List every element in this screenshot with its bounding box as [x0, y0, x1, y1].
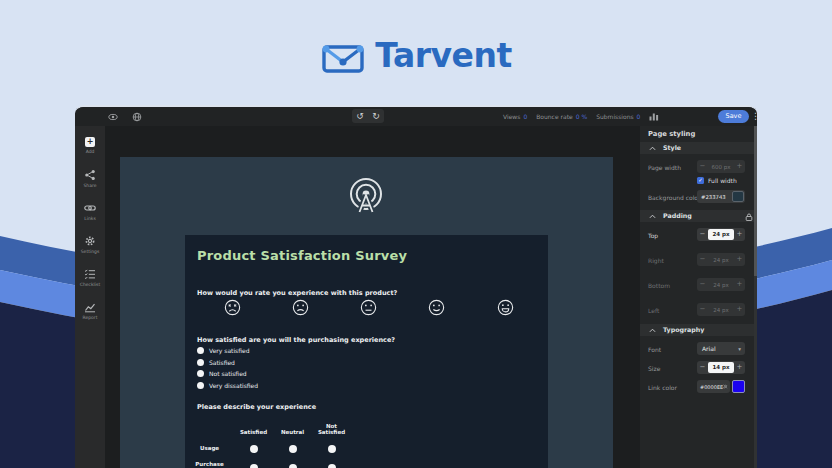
sidebar-item-settings[interactable]: Settings [75, 231, 105, 257]
plus-icon[interactable]: + [734, 361, 745, 374]
editor-topbar: ↺ ↻ Views 0 Bounce rate 0 % Submissions … [75, 107, 757, 126]
page-width-row: Page width − 600 px + [640, 160, 757, 174]
matrix-col-header: Neutral [273, 415, 312, 439]
gear-icon [84, 235, 96, 247]
page: { "brand": { "name": "Tarvent" }, "icons… [0, 0, 832, 468]
matrix-cell [234, 458, 273, 468]
checkbox-checked-icon[interactable]: ✓ [697, 177, 704, 184]
minus-icon[interactable]: − [697, 361, 708, 374]
section-style[interactable]: Style [640, 142, 757, 154]
radio-icon[interactable] [250, 445, 258, 453]
radio-option[interactable]: Very satisfied [197, 347, 258, 354]
section-padding[interactable]: Padding [640, 210, 757, 222]
minus-icon[interactable]: − [697, 278, 708, 291]
face-dissatisfied-icon[interactable] [292, 299, 309, 316]
plus-icon[interactable]: + [734, 253, 745, 266]
radio-icon[interactable] [197, 370, 204, 377]
sidebar-item-add[interactable]: + Add [75, 132, 105, 158]
padding-top-stepper[interactable]: − 24 px + [697, 228, 745, 241]
matrix-col-header: Not Satisfied [312, 415, 351, 439]
padding-right-stepper[interactable]: − 24 px + [697, 253, 745, 266]
radio-option[interactable]: Satisfied [197, 359, 258, 366]
face-very-satisfied-icon[interactable] [497, 299, 514, 316]
stat-bounce-rate: Bounce rate 0 % [536, 113, 587, 120]
font-dropdown[interactable]: Arial ▾ [697, 342, 745, 355]
radio-icon[interactable] [289, 445, 297, 453]
link-color-input[interactable]: #0000EE [697, 380, 730, 393]
plus-icon[interactable]: + [734, 278, 745, 291]
padding-top-value[interactable]: 24 px [708, 229, 734, 240]
radio-option-list: Very satisfied Satisfied Not satisfied [197, 347, 258, 389]
radio-option[interactable]: Very dissatisfied [197, 382, 258, 389]
matrix-row-label: Usage [185, 439, 234, 458]
section-typography[interactable]: Typography [640, 324, 757, 336]
redo-icon[interactable]: ↻ [368, 109, 384, 123]
padding-top-label: Top [648, 232, 658, 239]
padding-bottom-stepper[interactable]: − 24 px + [697, 278, 745, 291]
page-canvas[interactable]: Product Satisfaction Survey How would yo… [120, 157, 613, 468]
size-row: Size − 14 px + [640, 361, 757, 375]
lock-icon[interactable] [745, 213, 753, 221]
radio-option[interactable]: Not satisfied [197, 370, 258, 377]
full-width-toggle[interactable]: ✓ Full width [697, 177, 737, 184]
save-button[interactable]: Save [718, 110, 749, 123]
analytics-chart-icon[interactable] [649, 112, 659, 121]
background-color-row: Background color #233743 [640, 190, 757, 204]
eyedropper-slash-icon[interactable] [723, 382, 728, 391]
undo-icon[interactable]: ↺ [352, 109, 368, 123]
stats-strip: Views 0 Bounce rate 0 % Submissions 0 [503, 107, 659, 126]
radio-icon[interactable] [289, 464, 297, 468]
survey-card[interactable]: Product Satisfaction Survey How would yo… [185, 235, 548, 468]
plus-icon[interactable]: + [734, 303, 745, 316]
radio-icon[interactable] [250, 464, 258, 468]
background-color-value[interactable]: #233743 [697, 194, 732, 200]
link-color-swatch[interactable] [732, 380, 745, 393]
editor-workspace: Product Satisfaction Survey How would yo… [105, 126, 707, 468]
panel-scrollbar-thumb[interactable] [754, 126, 757, 276]
link-icon [84, 202, 96, 214]
chevron-up-icon [649, 328, 656, 333]
report-chart-icon [84, 301, 96, 313]
page-width-stepper[interactable]: − 600 px + [697, 160, 745, 173]
matrix-cell [312, 439, 351, 458]
link-color-value[interactable]: #0000EE [697, 384, 723, 390]
radio-icon[interactable] [328, 445, 336, 453]
panel-scrollbar[interactable] [754, 126, 757, 468]
size-value[interactable]: 14 px [708, 362, 734, 373]
minus-icon[interactable]: − [697, 228, 708, 241]
sidebar-item-share[interactable]: Share [75, 165, 105, 191]
padding-right-label: Right [648, 257, 664, 264]
face-neutral-icon[interactable] [360, 299, 377, 316]
face-very-dissatisfied-icon[interactable] [224, 299, 241, 316]
radio-icon[interactable] [197, 359, 204, 366]
padding-left-value: 24 px [708, 307, 734, 313]
padding-bottom-label: Bottom [648, 282, 670, 289]
sidebar-item-report[interactable]: Report [75, 297, 105, 323]
sidebar-item-links[interactable]: Links [75, 198, 105, 224]
minus-icon[interactable]: − [697, 160, 708, 173]
chevron-up-icon [649, 146, 656, 151]
plus-icon[interactable]: + [734, 160, 745, 173]
size-stepper[interactable]: − 14 px + [697, 361, 745, 374]
panel-title: Page styling [648, 130, 695, 138]
radio-icon[interactable] [197, 347, 204, 354]
matrix-col-header: Satisfied [234, 415, 273, 439]
background-color-swatch[interactable] [732, 191, 744, 202]
survey-question-1: How would you rate you experience with t… [197, 289, 397, 297]
font-row: Font Arial ▾ [640, 342, 757, 356]
broadcast-logo-icon[interactable] [344, 175, 388, 219]
padding-left-stepper[interactable]: − 24 px + [697, 303, 745, 316]
radio-icon[interactable] [197, 382, 204, 389]
globe-icon[interactable] [132, 112, 142, 122]
radio-icon[interactable] [328, 464, 336, 468]
sidebar-item-checklist[interactable]: Checklist [75, 264, 105, 290]
background-color-input[interactable]: #233743 [697, 190, 745, 203]
plus-icon[interactable]: + [734, 228, 745, 241]
face-satisfied-icon[interactable] [428, 299, 445, 316]
minus-icon[interactable]: − [697, 303, 708, 316]
minus-icon[interactable]: − [697, 253, 708, 266]
survey-title: Product Satisfaction Survey [197, 248, 407, 263]
brand-name: Tarvent [375, 36, 511, 75]
preview-eye-icon[interactable] [108, 112, 118, 122]
kebab-menu-icon[interactable]: ⋮ [751, 110, 757, 123]
